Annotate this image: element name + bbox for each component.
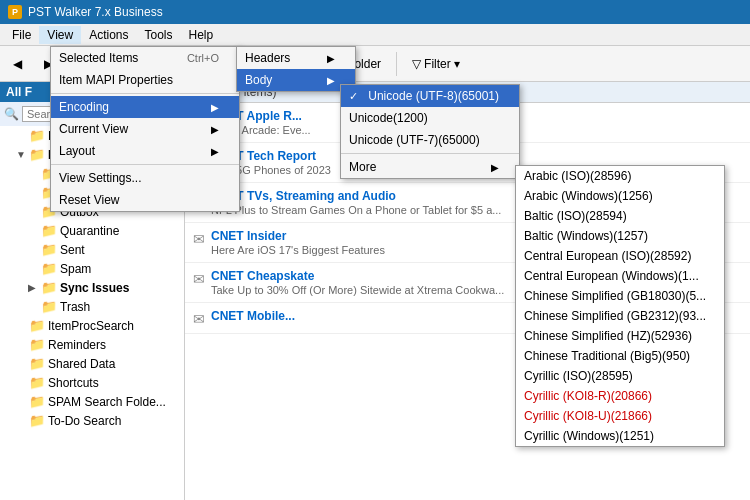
more-label: More [349,160,376,174]
menu-reset-view[interactable]: Reset View [51,189,239,211]
filter-icon: ▽ [412,57,421,71]
unicode1200-label: Unicode(1200) [349,111,428,125]
toolbar-sep-3 [396,52,397,76]
more-item-label: Chinese Simplified (GB18030)(5... [524,289,706,303]
more-submenu[interactable]: Arabic (ISO)(28596) Arabic (Windows)(125… [515,165,725,447]
more-item-baltic-iso[interactable]: Baltic (ISO)(28594) [516,206,724,226]
more-item-cn-gb2312[interactable]: Chinese Simplified (GB2312)(93... [516,306,724,326]
menu-tools[interactable]: Tools [137,26,181,44]
menu-unicode1200[interactable]: Unicode(1200) [341,107,519,129]
menu-utf8[interactable]: ✓ Unicode (UTF-8)(65001) [341,85,519,107]
submenu-arrow-icon: ▶ [327,53,335,64]
title-bar: P PST Walker 7.x Business [0,0,750,24]
more-item-label: Chinese Simplified (GB2312)(93... [524,309,706,323]
more-item-cn-trad[interactable]: Chinese Traditional (Big5)(950) [516,346,724,366]
more-item-label: Central European (Windows)(1... [524,269,699,283]
email-icon: ✉ [193,231,205,247]
folder-icon: 📁 [29,318,45,333]
sidebar-item-todo[interactable]: 📁 To-Do Search [0,411,184,430]
sidebar-item-shortcuts[interactable]: 📁 Shortcuts [0,373,184,392]
menu-current-view[interactable]: Current View ▶ [51,118,239,140]
more-item-ce-win[interactable]: Central European (Windows)(1... [516,266,724,286]
view-menu-dropdown[interactable]: Selected Items Ctrl+O Item MAPI Properti… [50,46,240,212]
more-item-cyr-koi8r[interactable]: Cyrillic (KOI8-R)(20866) [516,386,724,406]
current-view-label: Current View [59,122,128,136]
sidebar-item-label: Trash [60,300,90,314]
menu-file[interactable]: File [4,26,39,44]
more-item-cn-gb18030[interactable]: Chinese Simplified (GB18030)(5... [516,286,724,306]
menu-view-settings[interactable]: View Settings... [51,167,239,189]
more-item-label: Cyrillic (Windows)(1251) [524,429,654,443]
email-icon: ✉ [193,271,205,287]
sidebar-item-sync-issues[interactable]: ▶ 📁 Sync Issues [0,278,184,297]
encoding-submenu[interactable]: Headers ▶ Body ▶ [236,46,356,92]
sidebar-item-label: Spam [60,262,91,276]
sidebar-item-label: To-Do Search [48,414,121,428]
filter-label: Filter [424,57,451,71]
menu-sep-2 [51,164,239,165]
sidebar-item-label: Reminders [48,338,106,352]
sidebar-item-label: Sent [60,243,85,257]
more-item-cn-hz[interactable]: Chinese Simplified (HZ)(52936) [516,326,724,346]
encoding-label: Encoding [59,100,109,114]
more-item-cyr-win[interactable]: Cyrillic (Windows)(1251) [516,426,724,446]
email-icon: ✉ [193,311,205,327]
menu-actions[interactable]: Actions [81,26,136,44]
submenu-arrow-icon: ▶ [491,162,499,173]
menu-body[interactable]: Body ▶ [237,69,355,91]
back-button[interactable]: ◀ [4,53,31,75]
sidebar-header-text: All F [6,85,32,99]
menu-item-mapi[interactable]: Item MAPI Properties [51,69,239,91]
sidebar-item-quarantine[interactable]: 📁 Quarantine [0,221,184,240]
sidebar-item-spam-search[interactable]: 📁 SPAM Search Folde... [0,392,184,411]
more-item-label: Arabic (Windows)(1256) [524,189,653,203]
sidebar-item-trash[interactable]: 📁 Trash [0,297,184,316]
sidebar-item-shared-data[interactable]: 📁 Shared Data [0,354,184,373]
menu-utf7[interactable]: Unicode (UTF-7)(65000) [341,129,519,151]
more-item-cyr-iso[interactable]: Cyrillic (ISO)(28595) [516,366,724,386]
reset-view-label: Reset View [59,193,119,207]
more-item-label: Cyrillic (KOI8-U)(21866) [524,409,652,423]
body-sep-1 [341,153,519,154]
menu-selected-items[interactable]: Selected Items Ctrl+O [51,47,239,69]
folder-icon: 📁 [29,356,45,371]
selected-items-shortcut: Ctrl+O [187,52,219,64]
menu-headers[interactable]: Headers ▶ [237,47,355,69]
more-item-label: Chinese Simplified (HZ)(52936) [524,329,692,343]
menu-view[interactable]: View [39,26,81,44]
app-title: PST Walker 7.x Business [28,5,163,19]
more-item-baltic-win[interactable]: Baltic (Windows)(1257) [516,226,724,246]
submenu-arrow-icon: ▶ [211,102,219,113]
folder-icon: 📁 [41,223,57,238]
app-icon: P [8,5,22,19]
expand-icon: ▶ [28,282,38,293]
sidebar-item-sent[interactable]: 📁 Sent [0,240,184,259]
more-item-arabic-win[interactable]: Arabic (Windows)(1256) [516,186,724,206]
sidebar-item-spam[interactable]: 📁 Spam [0,259,184,278]
folder-icon: 📁 [41,299,57,314]
submenu-arrow-icon: ▶ [211,146,219,157]
filter-button[interactable]: ▽ Filter ▾ [403,53,469,75]
menu-more[interactable]: More ▶ [341,156,519,178]
menu-help[interactable]: Help [181,26,222,44]
expand-icon: ▼ [16,149,26,160]
more-item-arabic-iso[interactable]: Arabic (ISO)(28596) [516,166,724,186]
menu-layout[interactable]: Layout ▶ [51,140,239,162]
sidebar-item-label: SPAM Search Folde... [48,395,166,409]
folder-icon: 📁 [29,375,45,390]
submenu-arrow-icon: ▶ [211,124,219,135]
view-settings-label: View Settings... [59,171,142,185]
folder-icon: 📁 [29,128,45,143]
check-icon: ✓ [349,90,358,103]
selected-items-label: Selected Items [59,51,138,65]
item-mapi-label: Item MAPI Properties [59,73,173,87]
filter-arrow-icon: ▾ [454,57,460,71]
more-item-cyr-koi8u[interactable]: Cyrillic (KOI8-U)(21866) [516,406,724,426]
sidebar-item-itemprocsearch[interactable]: 📁 ItemProcSearch [0,316,184,335]
sidebar-item-reminders[interactable]: 📁 Reminders [0,335,184,354]
folder-icon: 📁 [29,147,45,162]
menu-encoding[interactable]: Encoding ▶ [51,96,239,118]
body-submenu[interactable]: ✓ Unicode (UTF-8)(65001) Unicode(1200) U… [340,84,520,179]
more-item-ce-iso[interactable]: Central European (ISO)(28592) [516,246,724,266]
sidebar-item-label: Shared Data [48,357,115,371]
